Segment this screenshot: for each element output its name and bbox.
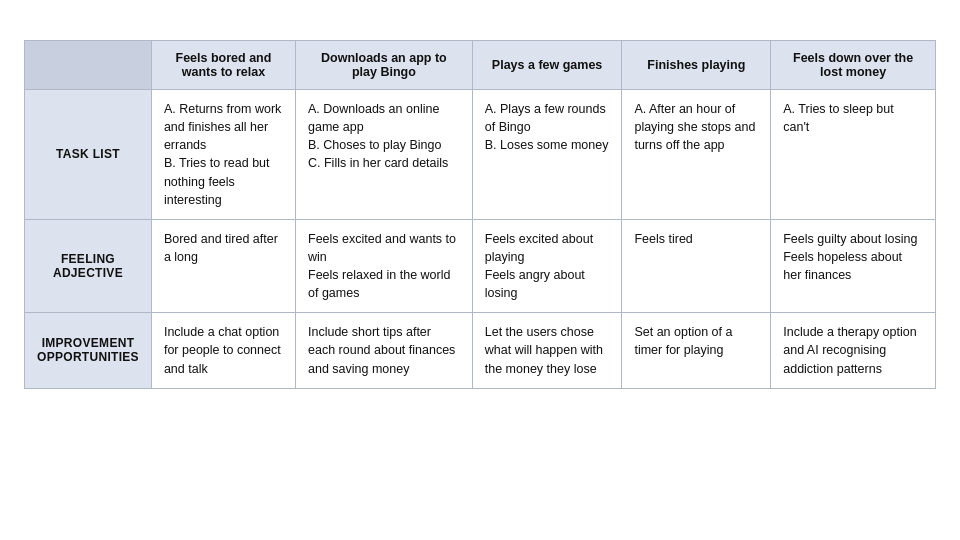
table-row-1: FEELING ADJECTIVEBored and tired after a… [25,219,936,313]
cell-0-1: A. Downloads an online game appB. Choses… [296,90,473,220]
cell-2-3: Set an option of a timer for playing [622,313,771,388]
cell-1-2: Feels excited about playingFeels angry a… [472,219,622,313]
cell-1-0: Bored and tired after a long [151,219,295,313]
cell-0-4: A. Tries to sleep but can't [771,90,936,220]
cell-0-2: A. Plays a few rounds of BingoB. Loses s… [472,90,622,220]
col-header-0: Feels bored and wants to relax [151,41,295,90]
cell-1-3: Feels tired [622,219,771,313]
col-header-3: Finishes playing [622,41,771,90]
cell-1-1: Feels excited and wants to winFeels rela… [296,219,473,313]
cell-1-4: Feels guilty about losingFeels hopeless … [771,219,936,313]
table-row-0: TASK LISTA. Returns from work and finish… [25,90,936,220]
cell-2-1: Include short tips after each round abou… [296,313,473,388]
row-header-0: TASK LIST [25,90,152,220]
table-row-2: IMPROVEMENT OPPORTUNITIESInclude a chat … [25,313,936,388]
row-header-1: FEELING ADJECTIVE [25,219,152,313]
corner-header [25,41,152,90]
cell-2-4: Include a therapy option and AI recognis… [771,313,936,388]
col-header-1: Downloads an app to play Bingo [296,41,473,90]
row-header-2: IMPROVEMENT OPPORTUNITIES [25,313,152,388]
col-header-4: Feels down over the lost money [771,41,936,90]
col-header-2: Plays a few games [472,41,622,90]
cell-2-2: Let the users chose what will happen wit… [472,313,622,388]
cell-2-0: Include a chat option for people to conn… [151,313,295,388]
cell-0-0: A. Returns from work and finishes all he… [151,90,295,220]
journey-map-table: Feels bored and wants to relaxDownloads … [24,40,936,389]
cell-0-3: A. After an hour of playing she stops an… [622,90,771,220]
